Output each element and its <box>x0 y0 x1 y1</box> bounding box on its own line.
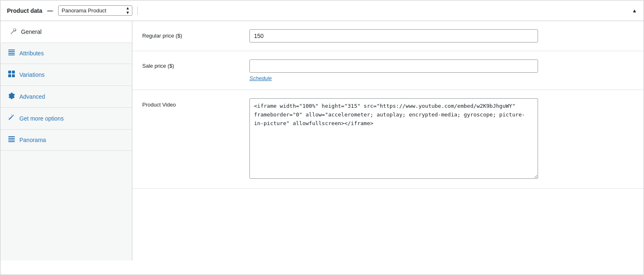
product-data-header: Product data — Panorama Product Simple p… <box>0 0 644 21</box>
product-video-input[interactable]: <iframe width="100%" height="315" src="h… <box>249 98 538 179</box>
svg-rect-8 <box>8 136 15 137</box>
svg-rect-6 <box>8 74 11 77</box>
svg-rect-9 <box>8 138 15 139</box>
product-type-select[interactable]: Panorama Product Simple product Variable… <box>58 5 132 16</box>
schedule-link[interactable]: Schedule <box>249 75 272 81</box>
regular-price-section: Regular price ($) <box>132 21 644 51</box>
collapse-panel-icon[interactable]: ▲ <box>632 8 637 14</box>
sidebar-label-advanced: Advanced <box>19 93 45 100</box>
gear-icon <box>8 92 15 101</box>
sidebar: General Attributes <box>0 21 132 261</box>
list-icon <box>8 50 15 57</box>
header-divider <box>137 7 138 15</box>
sidebar-item-advanced[interactable]: Advanced <box>0 86 132 108</box>
svg-rect-1 <box>8 51 15 52</box>
sidebar-label-variations: Variations <box>19 71 45 78</box>
panorama-icon <box>8 136 15 144</box>
product-video-label: Product Video <box>142 98 249 108</box>
product-data-title: Product data <box>7 7 42 14</box>
product-data-body: General Attributes <box>0 21 644 261</box>
product-type-select-wrapper: Panorama Product Simple product Variable… <box>58 5 132 16</box>
sidebar-item-attributes[interactable]: Attributes <box>0 43 132 64</box>
svg-rect-0 <box>8 50 15 50</box>
sidebar-label-attributes: Attributes <box>19 50 44 57</box>
sidebar-item-get-more-options[interactable]: Get more options <box>0 108 132 130</box>
sidebar-item-panorama[interactable]: Panorama <box>0 130 132 151</box>
sidebar-label-panorama: Panorama <box>19 137 46 143</box>
svg-rect-5 <box>12 71 15 73</box>
sale-price-input[interactable] <box>249 59 538 73</box>
sale-price-section: Sale price ($) Schedule <box>132 51 644 90</box>
svg-rect-4 <box>8 71 11 73</box>
svg-rect-2 <box>8 53 15 54</box>
svg-rect-11 <box>8 141 15 142</box>
grid-icon <box>8 71 15 79</box>
regular-price-input-wrapper <box>249 29 634 43</box>
header-dash: — <box>47 7 53 14</box>
sale-price-input-wrapper: Schedule <box>249 59 634 81</box>
sidebar-item-variations[interactable]: Variations <box>0 64 132 86</box>
sidebar-label-general: General <box>21 28 42 35</box>
wrench-icon <box>9 28 17 36</box>
sidebar-label-get-more-options: Get more options <box>19 115 63 122</box>
product-data-panel: Product data — Panorama Product Simple p… <box>0 0 644 275</box>
wand-icon <box>8 114 15 123</box>
sale-price-label: Sale price ($) <box>142 59 249 69</box>
svg-rect-7 <box>12 74 15 77</box>
regular-price-input[interactable] <box>249 29 538 43</box>
product-video-input-wrapper: <iframe width="100%" height="315" src="h… <box>249 98 634 180</box>
product-video-section: Product Video <iframe width="100%" heigh… <box>132 90 644 189</box>
svg-rect-10 <box>8 140 15 140</box>
svg-rect-3 <box>8 55 15 55</box>
regular-price-label: Regular price ($) <box>142 29 249 39</box>
sidebar-item-general[interactable]: General <box>0 21 132 43</box>
main-content: Regular price ($) Sale price ($) Schedul… <box>132 21 644 261</box>
